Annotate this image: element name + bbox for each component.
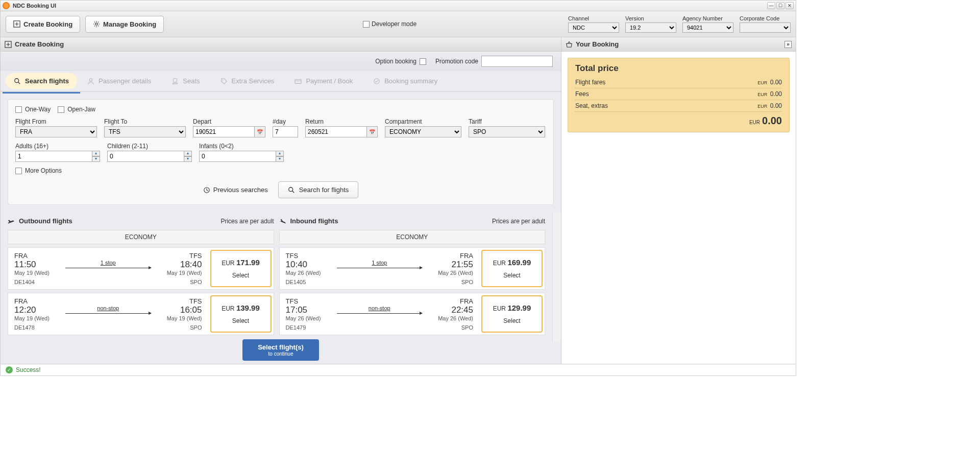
flight-card: TFS17:05May 26 (Wed) non-stop FRA22:45Ma… xyxy=(279,293,546,335)
tab-seats[interactable]: Seats xyxy=(161,71,210,91)
outbound-column: Outbound flights Prices are per adult EC… xyxy=(8,212,274,335)
channel-select[interactable]: NDC xyxy=(568,22,619,33)
agency-field: Agency Number 94021 xyxy=(682,15,733,33)
tab-search-flights[interactable]: Search flights xyxy=(6,73,77,89)
minimize-icon[interactable]: — xyxy=(767,2,775,9)
plane-arrive-icon xyxy=(279,218,286,225)
basket-icon xyxy=(566,41,573,48)
tab-passenger-details[interactable]: Passenger details xyxy=(77,71,161,91)
spin-up-icon[interactable]: ▲ xyxy=(92,151,100,156)
window-controls: — ☐ ✕ xyxy=(767,2,794,9)
oneway-checkbox[interactable]: One-Way xyxy=(15,106,51,113)
version-select[interactable]: 19.2 xyxy=(625,22,676,33)
svg-point-8 xyxy=(374,78,380,84)
plus-box-icon xyxy=(13,20,20,28)
tab-extra-services[interactable]: Extra Services xyxy=(210,71,285,91)
close-icon[interactable]: ✕ xyxy=(786,2,794,9)
stops-link[interactable]: non-stop xyxy=(97,305,119,311)
tariff-code: SPO xyxy=(190,279,202,285)
openjaw-checkbox[interactable]: Open-Jaw xyxy=(58,106,95,113)
agency-select[interactable]: 94021 xyxy=(682,22,733,33)
price-select-button[interactable]: EUR 169.99 Select xyxy=(481,250,543,287)
spin-up-icon[interactable]: ▲ xyxy=(276,151,284,156)
svg-point-1 xyxy=(95,23,97,25)
gear-icon xyxy=(93,20,100,28)
svg-point-3 xyxy=(15,78,19,82)
search-form: One-Way Open-Jaw Flight FromFRA Flight T… xyxy=(8,99,554,205)
user-icon xyxy=(87,78,94,85)
compartment-select[interactable]: ECONOMY xyxy=(385,126,461,137)
tariff-code: SPO xyxy=(461,324,473,331)
spin-down-icon[interactable]: ▼ xyxy=(92,156,100,162)
spin-down-icon[interactable]: ▼ xyxy=(184,156,192,162)
tariff-select[interactable]: SPO xyxy=(469,126,545,137)
check-circle-icon xyxy=(373,78,380,85)
flight-to-select[interactable]: TFS xyxy=(104,126,186,137)
svg-rect-5 xyxy=(174,78,177,82)
tab-payment[interactable]: Payment / Book xyxy=(284,71,363,91)
flight-number: DE1479 xyxy=(286,324,306,331)
environment-fields: Channel NDC Version 19.2 Agency Number 9… xyxy=(568,15,791,33)
adults-input[interactable] xyxy=(15,151,92,162)
your-booking-header: Your Booking » xyxy=(561,37,796,52)
vertical-scrollbar[interactable] xyxy=(552,212,561,342)
option-booking-checkbox[interactable]: Option booking xyxy=(375,58,426,65)
price-line: Seat, extrasEUR 0.00 xyxy=(575,100,782,112)
stops-link[interactable]: 1 stop xyxy=(372,260,387,266)
developer-mode-checkbox[interactable]: Developer mode xyxy=(363,20,416,28)
status-text: Success! xyxy=(16,366,41,373)
flight-from-select[interactable]: FRA xyxy=(15,126,97,137)
cabin-header: ECONOMY xyxy=(279,230,546,244)
flight-card: FRA12:20May 19 (Wed) non-stop TFS16:05Ma… xyxy=(8,293,274,335)
total-amount: EUR 0.00 xyxy=(575,112,782,127)
checkbox-icon xyxy=(15,106,22,113)
checkbox-icon xyxy=(363,21,370,28)
clock-icon xyxy=(203,186,210,194)
select-flights-button[interactable]: Select flight(s) to continue xyxy=(242,339,319,361)
expand-panel-icon[interactable]: » xyxy=(785,41,792,48)
calendar-icon[interactable]: 📅 xyxy=(254,126,265,137)
maximize-icon[interactable]: ☐ xyxy=(776,2,785,9)
price-select-button[interactable]: EUR 139.99 Select xyxy=(210,295,272,333)
corporate-select[interactable] xyxy=(740,22,791,33)
tag-icon xyxy=(220,78,228,85)
calendar-icon[interactable]: 📅 xyxy=(366,126,378,137)
return-input[interactable] xyxy=(305,126,366,137)
depart-input[interactable] xyxy=(193,126,254,137)
search-icon xyxy=(288,186,295,194)
arrow-icon xyxy=(65,313,151,314)
tab-summary[interactable]: Booking summary xyxy=(363,71,448,91)
option-row: Option booking Promotion code xyxy=(1,52,561,71)
corporate-field: Corporate Code xyxy=(740,15,791,33)
create-booking-button[interactable]: Create Booking xyxy=(6,16,80,33)
svg-point-4 xyxy=(89,78,92,81)
more-options-checkbox[interactable]: More Options xyxy=(15,167,62,174)
promo-code-input[interactable] xyxy=(481,56,553,67)
price-select-button[interactable]: EUR 171.99 Select xyxy=(210,250,272,287)
search-flights-button[interactable]: Search for flights xyxy=(278,181,359,198)
spin-down-icon[interactable]: ▼ xyxy=(276,156,284,162)
arrow-icon xyxy=(337,313,423,314)
main-panel: Create Booking Option booking Promotion … xyxy=(1,37,561,364)
price-line: Flight faresEUR 0.00 xyxy=(575,77,782,88)
arrow-icon xyxy=(337,268,423,268)
promo-code-field: Promotion code xyxy=(435,56,553,67)
manage-booking-button[interactable]: Manage Booking xyxy=(85,16,164,33)
spin-up-icon[interactable]: ▲ xyxy=(184,151,192,156)
tariff-code: SPO xyxy=(461,279,473,285)
channel-field: Channel NDC xyxy=(568,15,619,33)
plus-box-icon xyxy=(5,41,12,48)
stops-link[interactable]: 1 stop xyxy=(101,260,116,266)
previous-searches-link[interactable]: Previous searches xyxy=(203,181,268,198)
children-input[interactable] xyxy=(107,151,184,162)
infants-input[interactable] xyxy=(199,151,276,162)
days-input[interactable] xyxy=(273,126,298,137)
stops-link[interactable]: non-stop xyxy=(369,305,390,311)
flight-card: TFS10:40May 26 (Wed) 1 stop FRA21:55May … xyxy=(279,247,546,290)
total-price-heading: Total price xyxy=(575,63,782,74)
flight-number: DE1405 xyxy=(286,279,306,285)
total-price-panel: Total price Flight faresEUR 0.00FeesEUR … xyxy=(568,58,790,132)
success-icon: ✓ xyxy=(6,366,13,373)
window-titlebar: NDC Booking UI — ☐ ✕ xyxy=(0,0,796,11)
price-select-button[interactable]: EUR 129.99 Select xyxy=(481,295,543,333)
